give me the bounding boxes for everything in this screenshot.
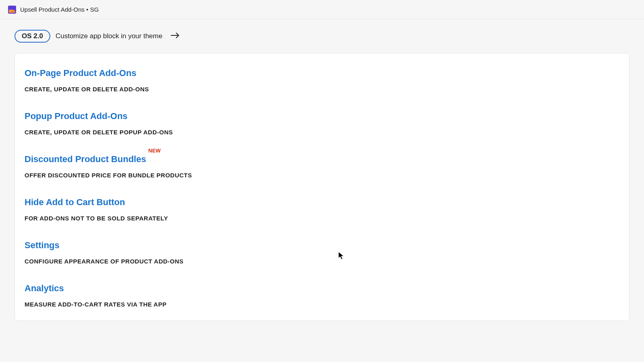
menu-item-title: Settings [25, 240, 60, 251]
os-version-badge: OS 2.0 [14, 30, 50, 43]
menu-item-desc: FOR ADD-ONS NOT TO BE SOLD SEPARATELY [25, 215, 619, 222]
menu-item-settings[interactable]: Settings CONFIGURE APPEARANCE OF PRODUCT… [25, 240, 619, 265]
menu-item-title: Discounted Product Bundles [25, 154, 146, 165]
menu-item-title: On-Page Product Add-Ons [25, 68, 136, 78]
menu-item-hide-addtocart[interactable]: Hide Add to Cart Button FOR ADD-ONS NOT … [25, 197, 619, 222]
menu-item-title: Hide Add to Cart Button [25, 197, 125, 208]
arrow-right-icon [171, 33, 180, 40]
menu-item-popup-addons[interactable]: Popup Product Add-Ons CREATE, UPDATE OR … [25, 111, 619, 136]
menu-item-title: Popup Product Add-Ons [25, 111, 128, 121]
menu-item-bundles[interactable]: Discounted Product Bundles NEW OFFER DIS… [25, 154, 619, 179]
menu-item-desc: CREATE, UPDATE OR DELETE ADD-ONS [25, 86, 619, 93]
app-title: Upsell Product Add-Ons • SG [20, 6, 99, 13]
customize-text: Customize app block in your theme [56, 32, 163, 40]
menu-item-analytics[interactable]: Analytics MEASURE ADD-TO-CART RATES VIA … [25, 283, 619, 308]
menu-item-desc: OFFER DISCOUNTED PRICE FOR BUNDLE PRODUC… [25, 172, 619, 179]
menu-item-onpage-addons[interactable]: On-Page Product Add-Ons CREATE, UPDATE O… [25, 68, 619, 93]
menu-item-desc: CREATE, UPDATE OR DELETE POPUP ADD-ONS [25, 129, 619, 136]
app-icon [8, 6, 16, 14]
menu-item-desc: MEASURE ADD-TO-CART RATES VIA THE APP [25, 301, 619, 308]
customize-bar[interactable]: OS 2.0 Customize app block in your theme [0, 19, 644, 53]
new-badge: NEW [149, 148, 161, 154]
menu-item-desc: CONFIGURE APPEARANCE OF PRODUCT ADD-ONS [25, 258, 619, 265]
header-bar: Upsell Product Add-Ons • SG [0, 0, 644, 19]
menu-item-title: Analytics [25, 283, 64, 294]
main-menu-card: On-Page Product Add-Ons CREATE, UPDATE O… [14, 53, 630, 321]
